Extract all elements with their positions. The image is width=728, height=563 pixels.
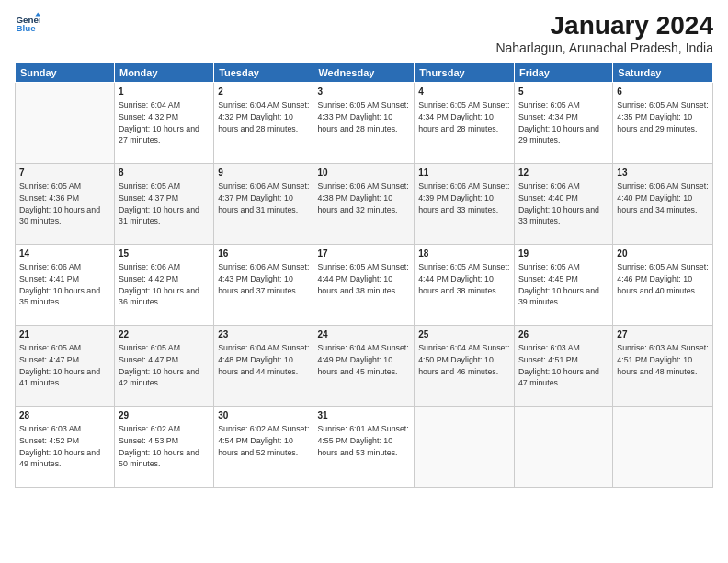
calendar-week-row: 1Sunrise: 6:04 AM Sunset: 4:32 PM Daylig… (16, 83, 713, 164)
day-info: Sunrise: 6:06 AM Sunset: 4:41 PM Dayligh… (19, 261, 110, 308)
day-info: Sunrise: 6:04 AM Sunset: 4:32 PM Dayligh… (119, 99, 210, 146)
calendar-week-row: 7Sunrise: 6:05 AM Sunset: 4:36 PM Daylig… (16, 164, 713, 245)
calendar-page: General Blue January 2024 Naharlagun, Ar… (0, 0, 728, 563)
calendar-week-row: 14Sunrise: 6:06 AM Sunset: 4:41 PM Dayli… (16, 245, 713, 326)
table-row: 15Sunrise: 6:06 AM Sunset: 4:42 PM Dayli… (114, 245, 213, 326)
col-monday: Monday (114, 63, 213, 83)
day-number: 12 (518, 167, 609, 179)
table-row: 24Sunrise: 6:04 AM Sunset: 4:49 PM Dayli… (313, 326, 415, 407)
day-number: 15 (119, 247, 210, 260)
table-row: 22Sunrise: 6:05 AM Sunset: 4:47 PM Dayli… (114, 326, 213, 407)
day-info: Sunrise: 6:06 AM Sunset: 4:43 PM Dayligh… (218, 261, 309, 296)
day-number: 14 (19, 247, 110, 260)
day-info: Sunrise: 6:05 AM Sunset: 4:46 PM Dayligh… (617, 261, 709, 296)
table-row: 16Sunrise: 6:06 AM Sunset: 4:43 PM Dayli… (214, 245, 313, 326)
day-info: Sunrise: 6:06 AM Sunset: 4:40 PM Dayligh… (617, 180, 709, 215)
day-number: 3 (317, 86, 410, 98)
day-number: 13 (617, 167, 709, 179)
col-wednesday: Wednesday (313, 63, 415, 83)
day-info: Sunrise: 6:05 AM Sunset: 4:33 PM Dayligh… (317, 99, 410, 134)
table-row: 26Sunrise: 6:03 AM Sunset: 4:51 PM Dayli… (514, 326, 612, 407)
table-row: 19Sunrise: 6:05 AM Sunset: 4:45 PM Dayli… (514, 245, 612, 326)
table-row: 4Sunrise: 6:05 AM Sunset: 4:34 PM Daylig… (415, 83, 515, 164)
day-number: 27 (617, 328, 709, 341)
day-number: 31 (317, 409, 410, 422)
day-number: 26 (518, 328, 609, 341)
day-number: 7 (19, 167, 110, 179)
day-number: 21 (19, 328, 110, 341)
logo-icon: General Blue (15, 11, 40, 37)
table-row: 21Sunrise: 6:05 AM Sunset: 4:47 PM Dayli… (16, 326, 115, 407)
table-row: 8Sunrise: 6:05 AM Sunset: 4:37 PM Daylig… (114, 164, 213, 245)
col-saturday: Saturday (613, 63, 713, 83)
day-info: Sunrise: 6:06 AM Sunset: 4:40 PM Dayligh… (518, 180, 609, 227)
table-row: 29Sunrise: 6:02 AM Sunset: 4:53 PM Dayli… (114, 407, 213, 488)
day-number: 1 (119, 86, 210, 98)
day-number: 24 (317, 328, 410, 341)
table-row (16, 83, 115, 164)
day-info: Sunrise: 6:05 AM Sunset: 4:47 PM Dayligh… (119, 342, 210, 389)
calendar-header-row: Sunday Monday Tuesday Wednesday Thursday… (16, 63, 713, 83)
table-row (514, 407, 612, 488)
col-sunday: Sunday (16, 63, 115, 83)
table-row: 10Sunrise: 6:06 AM Sunset: 4:38 PM Dayli… (313, 164, 415, 245)
col-friday: Friday (514, 63, 612, 83)
day-number: 5 (518, 86, 609, 98)
calendar-table: Sunday Monday Tuesday Wednesday Thursday… (15, 63, 713, 488)
table-row: 17Sunrise: 6:05 AM Sunset: 4:44 PM Dayli… (313, 245, 415, 326)
day-number: 6 (617, 86, 709, 98)
day-info: Sunrise: 6:05 AM Sunset: 4:47 PM Dayligh… (19, 342, 110, 389)
table-row: 5Sunrise: 6:05 AM Sunset: 4:34 PM Daylig… (514, 83, 612, 164)
day-number: 10 (317, 167, 410, 179)
day-info: Sunrise: 6:05 AM Sunset: 4:36 PM Dayligh… (19, 180, 110, 227)
table-row: 28Sunrise: 6:03 AM Sunset: 4:52 PM Dayli… (16, 407, 115, 488)
table-row: 30Sunrise: 6:02 AM Sunset: 4:54 PM Dayli… (214, 407, 313, 488)
day-info: Sunrise: 6:04 AM Sunset: 4:49 PM Dayligh… (317, 342, 410, 377)
table-row: 2Sunrise: 6:04 AM Sunset: 4:32 PM Daylig… (214, 83, 313, 164)
day-number: 9 (218, 167, 309, 179)
table-row: 20Sunrise: 6:05 AM Sunset: 4:46 PM Dayli… (613, 245, 713, 326)
page-header: General Blue January 2024 Naharlagun, Ar… (15, 11, 713, 55)
day-info: Sunrise: 6:02 AM Sunset: 4:53 PM Dayligh… (119, 423, 210, 470)
day-info: Sunrise: 6:06 AM Sunset: 4:42 PM Dayligh… (119, 261, 210, 308)
day-number: 19 (518, 247, 609, 260)
svg-text:Blue: Blue (16, 23, 36, 33)
day-info: Sunrise: 6:05 AM Sunset: 4:44 PM Dayligh… (418, 261, 510, 296)
subtitle: Naharlagun, Arunachal Pradesh, India (495, 40, 713, 55)
day-info: Sunrise: 6:05 AM Sunset: 4:34 PM Dayligh… (518, 99, 609, 146)
table-row: 31Sunrise: 6:01 AM Sunset: 4:55 PM Dayli… (313, 407, 415, 488)
day-info: Sunrise: 6:03 AM Sunset: 4:51 PM Dayligh… (617, 342, 709, 377)
day-number: 2 (218, 86, 309, 98)
day-number: 16 (218, 247, 309, 260)
day-number: 25 (418, 328, 510, 341)
table-row (613, 407, 713, 488)
col-thursday: Thursday (415, 63, 515, 83)
day-number: 23 (218, 328, 309, 341)
day-info: Sunrise: 6:04 AM Sunset: 4:50 PM Dayligh… (418, 342, 510, 377)
table-row: 23Sunrise: 6:04 AM Sunset: 4:48 PM Dayli… (214, 326, 313, 407)
day-info: Sunrise: 6:05 AM Sunset: 4:37 PM Dayligh… (119, 180, 210, 227)
day-number: 20 (617, 247, 709, 260)
day-info: Sunrise: 6:06 AM Sunset: 4:37 PM Dayligh… (218, 180, 309, 215)
day-info: Sunrise: 6:01 AM Sunset: 4:55 PM Dayligh… (317, 423, 410, 458)
calendar-week-row: 28Sunrise: 6:03 AM Sunset: 4:52 PM Dayli… (16, 407, 713, 488)
table-row: 27Sunrise: 6:03 AM Sunset: 4:51 PM Dayli… (613, 326, 713, 407)
day-number: 29 (119, 409, 210, 422)
day-info: Sunrise: 6:05 AM Sunset: 4:45 PM Dayligh… (518, 261, 609, 308)
day-info: Sunrise: 6:05 AM Sunset: 4:34 PM Dayligh… (418, 99, 510, 134)
day-info: Sunrise: 6:03 AM Sunset: 4:51 PM Dayligh… (518, 342, 609, 389)
table-row: 12Sunrise: 6:06 AM Sunset: 4:40 PM Dayli… (514, 164, 612, 245)
day-info: Sunrise: 6:03 AM Sunset: 4:52 PM Dayligh… (19, 423, 110, 470)
table-row: 9Sunrise: 6:06 AM Sunset: 4:37 PM Daylig… (214, 164, 313, 245)
table-row: 6Sunrise: 6:05 AM Sunset: 4:35 PM Daylig… (613, 83, 713, 164)
day-info: Sunrise: 6:06 AM Sunset: 4:39 PM Dayligh… (418, 180, 510, 215)
table-row: 14Sunrise: 6:06 AM Sunset: 4:41 PM Dayli… (16, 245, 115, 326)
day-number: 30 (218, 409, 309, 422)
table-row: 25Sunrise: 6:04 AM Sunset: 4:50 PM Dayli… (415, 326, 515, 407)
table-row: 7Sunrise: 6:05 AM Sunset: 4:36 PM Daylig… (16, 164, 115, 245)
table-row: 13Sunrise: 6:06 AM Sunset: 4:40 PM Dayli… (613, 164, 713, 245)
table-row: 11Sunrise: 6:06 AM Sunset: 4:39 PM Dayli… (415, 164, 515, 245)
table-row: 3Sunrise: 6:05 AM Sunset: 4:33 PM Daylig… (313, 83, 415, 164)
day-number: 22 (119, 328, 210, 341)
day-number: 8 (119, 167, 210, 179)
